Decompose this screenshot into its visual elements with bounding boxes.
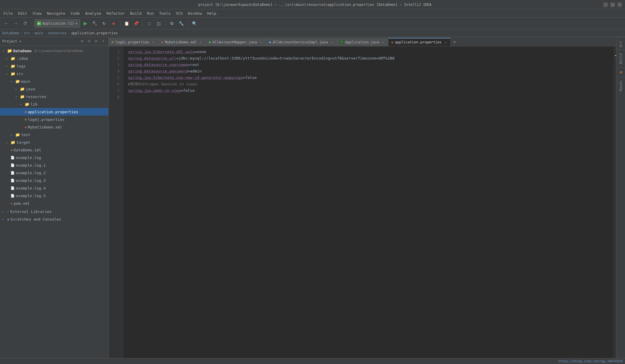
tree-icon-src: 📁 xyxy=(11,72,15,76)
tab-icon-mybatis: ◈ xyxy=(161,40,163,44)
update-button[interactable]: ↻ xyxy=(100,19,108,28)
menu-window[interactable]: Window xyxy=(186,10,204,17)
breadcrumb-datademo[interactable]: DataDemo xyxy=(2,31,19,35)
tree-item-java[interactable]: ▸ 📁 java xyxy=(0,85,108,93)
tree-item-src[interactable]: ▾ 📁 src xyxy=(0,70,108,77)
toolbar-back-button[interactable]: ← xyxy=(2,19,11,28)
toolbar-separator-3 xyxy=(143,21,143,26)
toolbar-recent-button[interactable]: ⏱ xyxy=(21,19,29,28)
tab-close-log4j[interactable]: ✕ xyxy=(151,40,155,44)
menu-code[interactable]: Code xyxy=(68,10,82,17)
tab-close-allservice[interactable]: ✕ xyxy=(330,40,334,44)
window-controls[interactable]: ─ □ ✕ xyxy=(603,2,622,7)
build-button[interactable]: 🔨 xyxy=(91,19,99,28)
menu-build[interactable]: Build xyxy=(128,10,144,17)
toolbar-sdk-button[interactable]: 🔧 xyxy=(177,19,186,28)
tree-item-idea[interactable]: ▸ 📁 .idea xyxy=(0,55,108,62)
right-panel-tab-m[interactable]: m xyxy=(617,67,625,77)
sidebar-settings-button[interactable]: ⚙ xyxy=(93,38,99,44)
tree-item-logs[interactable]: ▸ 📁 logs xyxy=(0,62,108,70)
menu-analyze[interactable]: Analyze xyxy=(83,10,104,17)
status-url[interactable]: https://blog.csdn.net/qq_34474324 xyxy=(558,359,623,363)
menu-tools[interactable]: Tools xyxy=(157,10,173,17)
toolbar-settings-button[interactable]: ⚙ xyxy=(168,19,176,28)
menu-run[interactable]: Run xyxy=(144,10,156,17)
indicator-mark-1 xyxy=(615,55,616,56)
menu-refactor[interactable]: Refactor xyxy=(104,10,127,17)
menu-vcs[interactable]: VCS xyxy=(173,10,185,17)
tree-item-examplelog5[interactable]: 📄 example.log.5 xyxy=(0,192,108,199)
breadcrumb-main[interactable]: main xyxy=(35,31,43,35)
tab-close-mybatis[interactable]: ✕ xyxy=(198,40,203,44)
sidebar-close-button[interactable]: ✕ xyxy=(100,38,106,44)
breadcrumb-file[interactable]: application.properties xyxy=(71,31,118,35)
tab-appjava[interactable]: A Application.java ✕ xyxy=(337,38,388,46)
menu-navigate[interactable]: Navigate xyxy=(45,10,68,17)
code-line-2: spring.datasource.url=jdbc:mysql://local… xyxy=(128,55,609,62)
tab-overflow-button[interactable]: ≫ xyxy=(451,38,459,46)
menu-view[interactable]: View xyxy=(30,10,44,17)
tree-item-external-libs[interactable]: ▸ ⫶ External Libraries xyxy=(0,208,108,215)
toolbar-btn-6[interactable]: 📌 xyxy=(132,19,140,28)
tab-label-log4j: log4j.properties xyxy=(115,40,149,44)
run-config-dropdown[interactable]: ▶ Application (1) ▾ xyxy=(34,19,80,28)
toolbar-btn-5[interactable]: 📋 xyxy=(123,19,131,28)
breadcrumb-src[interactable]: src xyxy=(24,31,30,35)
tree-item-examplelog3[interactable]: 📄 example.log.3 xyxy=(0,177,108,184)
right-panel-tab-build[interactable]: Build xyxy=(617,50,625,67)
tree-arrow-scratches: ▸ xyxy=(2,218,6,221)
menu-file[interactable]: File xyxy=(1,10,15,17)
minimize-button[interactable]: ─ xyxy=(603,2,608,7)
tree-item-examplelog2[interactable]: 📄 example.log.2 xyxy=(0,169,108,177)
code-content[interactable]: spring.jpa.hibernate.ddl-auto=none sprin… xyxy=(123,46,614,358)
tree-item-examplelog4[interactable]: 📄 example.log.4 xyxy=(0,184,108,192)
prop-key-7: spring.jpa.open-in-view xyxy=(128,88,181,93)
breadcrumb-resources[interactable]: resources xyxy=(48,31,67,35)
tree-item-lib[interactable]: ▸ 📁 lib xyxy=(0,100,108,108)
tree-icon-resources: 📁 xyxy=(20,94,25,99)
tree-item-datademo-iml[interactable]: ◈ DataDemo.iml xyxy=(0,146,108,154)
tree-item-examplelog1[interactable]: 📄 example.log.1 xyxy=(0,161,108,169)
menu-help[interactable]: Help xyxy=(205,10,219,17)
toolbar-forward-button[interactable]: → xyxy=(12,19,20,28)
close-button[interactable]: ✕ xyxy=(617,2,622,7)
tab-allmapper[interactable]: ● AllAccountMapper.java ✕ xyxy=(206,38,266,46)
maximize-button[interactable]: □ xyxy=(610,2,615,7)
menu-bar: File Edit View Navigate Code Analyze Ref… xyxy=(0,9,625,18)
sidebar-sync-button[interactable]: ⊕ xyxy=(79,38,85,44)
tree-item-application-props[interactable]: ⚙ application.properties xyxy=(0,108,108,116)
right-panel-tab-art[interactable]: Art xyxy=(617,37,625,50)
tree-item-scratches[interactable]: ▸ ◈ Scratches and Consoles xyxy=(0,215,108,223)
tree-item-resources[interactable]: ▾ 📁 resources xyxy=(0,93,108,100)
tree-item-datademo[interactable]: ▾ 📁 DataDemo D:\javaworkspace\DataDemo xyxy=(0,47,108,55)
tab-mybatis[interactable]: ◈ MybatisDemo.xml ✕ xyxy=(158,38,206,46)
line-num-2: 2 xyxy=(109,55,119,62)
tab-allservice[interactable]: ● AllAccountServiceImpl.java ✕ xyxy=(266,38,337,46)
tree-item-target[interactable]: ▸ 📁 target xyxy=(0,138,108,146)
prop-comment-6: #禁用OSIV(open Session in view) xyxy=(128,82,198,86)
run-button[interactable]: ▶ xyxy=(81,19,90,28)
toolbar-search-button[interactable]: 🔍 xyxy=(191,19,199,28)
tree-item-main[interactable]: ▾ 📁 main xyxy=(0,77,108,85)
tab-close-appjava[interactable]: ✕ xyxy=(381,40,385,44)
sidebar-collapse-button[interactable]: ⊟ xyxy=(86,38,92,44)
tree-item-mybatis[interactable]: ◈ MybatisDemo.xml xyxy=(0,123,108,131)
tab-appprops[interactable]: ⚙ application.properties ✕ xyxy=(388,38,451,46)
code-line-8 xyxy=(128,94,609,100)
tab-close-allmapper[interactable]: ✕ xyxy=(259,40,263,44)
tree-item-test[interactable]: ▸ 📁 test xyxy=(0,131,108,138)
toolbar: ← → ⏱ ▶ Application (1) ▾ ▶ 🔨 ↻ ■ 📋 📌 □ … xyxy=(0,18,625,29)
sidebar-tree: ▾ 📁 DataDemo D:\javaworkspace\DataDemo ▸… xyxy=(0,46,108,358)
status-bar: https://blog.csdn.net/qq_34474324 xyxy=(0,358,625,364)
tree-icon-test: 📁 xyxy=(15,133,20,137)
tab-close-appprops[interactable]: ✕ xyxy=(443,40,447,44)
tree-item-log4j[interactable]: ⚙ log4j.properties xyxy=(0,116,108,123)
right-panel-tab-maven[interactable]: Maven xyxy=(617,77,625,95)
menu-edit[interactable]: Edit xyxy=(16,10,29,17)
toolbar-btn-7[interactable]: □ xyxy=(145,19,154,28)
tree-item-pom[interactable]: m pom.xml xyxy=(0,199,108,207)
toolbar-btn-8[interactable]: ◫ xyxy=(155,19,163,28)
tab-log4j[interactable]: ⚙ log4j.properties ✕ xyxy=(109,38,158,46)
tree-item-examplelog[interactable]: 📄 example.log xyxy=(0,154,108,161)
stop-button[interactable]: ■ xyxy=(109,19,118,28)
